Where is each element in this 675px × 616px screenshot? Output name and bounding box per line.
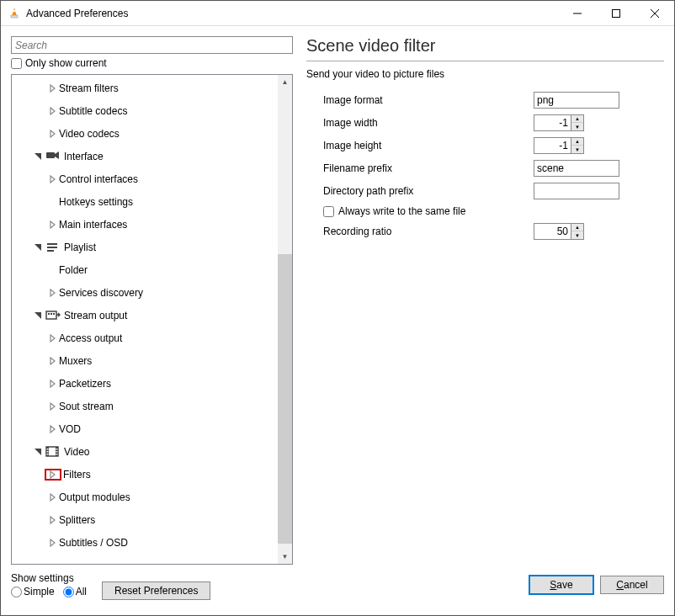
svg-rect-6	[46, 152, 55, 158]
tree-item[interactable]: Folder	[12, 258, 278, 281]
only-show-current-input[interactable]	[11, 58, 22, 69]
chevron-right-icon[interactable]	[47, 357, 59, 365]
chevron-down-icon[interactable]	[32, 448, 44, 456]
tree-item[interactable]: Main interfaces	[12, 213, 278, 236]
tree-item-label: Stream output	[64, 310, 127, 321]
chevron-right-icon[interactable]	[47, 539, 59, 547]
all-radio[interactable]: All	[63, 586, 87, 597]
scroll-up-button[interactable]: ▲	[278, 75, 292, 89]
chevron-right-icon[interactable]	[47, 130, 59, 138]
chevron-down-icon[interactable]	[32, 243, 44, 252]
tree-item[interactable]: Hotkeys settings	[12, 190, 278, 213]
tree-item[interactable]: Playlist	[12, 236, 278, 258]
chevron-right-icon[interactable]	[47, 493, 59, 502]
highlight-box	[45, 469, 61, 481]
divider	[306, 61, 664, 61]
spin-up-icon[interactable]: ▲	[571, 138, 583, 146]
tree-item-label: Interface	[64, 151, 104, 162]
chevron-down-icon[interactable]	[32, 311, 44, 320]
svg-rect-19	[47, 454, 49, 455]
search-input[interactable]	[11, 36, 293, 54]
tree-item[interactable]: Subtitles / OSD	[12, 531, 278, 554]
recording-ratio-input[interactable]	[534, 223, 571, 240]
spin-down-icon[interactable]: ▼	[571, 231, 583, 239]
spin-up-icon[interactable]: ▲	[571, 224, 583, 231]
tree-item-label: Video codecs	[59, 128, 120, 140]
svg-rect-1	[13, 10, 16, 12]
chevron-right-icon[interactable]	[47, 425, 59, 433]
image-height-input[interactable]	[534, 137, 571, 154]
maximize-button[interactable]	[597, 1, 635, 26]
image-format-input[interactable]	[534, 92, 619, 109]
tree-scrollbar[interactable]: ▲ ▼	[278, 75, 292, 564]
scroll-down-button[interactable]: ▼	[278, 550, 292, 564]
spin-down-icon[interactable]: ▼	[571, 123, 583, 130]
chevron-down-icon[interactable]	[32, 152, 44, 161]
minimize-button[interactable]	[558, 1, 597, 26]
tree-item[interactable]: Stream filters	[12, 77, 278, 99]
tree-item[interactable]: Output modules	[12, 486, 278, 508]
recording-ratio-stepper[interactable]: ▲▼	[534, 223, 584, 240]
svg-rect-10	[46, 311, 56, 319]
tree-item[interactable]: Stream output	[12, 304, 278, 327]
tree-item-label: Folder	[59, 264, 88, 276]
chevron-right-icon[interactable]	[47, 175, 59, 183]
dir-prefix-input[interactable]	[534, 183, 619, 199]
save-button[interactable]: Save	[529, 576, 593, 594]
tree-item[interactable]: Interface	[12, 145, 278, 167]
window-controls	[558, 1, 674, 26]
chevron-right-icon[interactable]	[47, 220, 59, 229]
tree-item-label: Access output	[59, 332, 122, 344]
left-panel: Only show current Stream filtersSubtitle…	[11, 36, 293, 565]
svg-rect-17	[47, 449, 49, 450]
always-write-checkbox[interactable]	[323, 206, 334, 217]
tree-item[interactable]: Muxers	[12, 349, 278, 372]
tree-item-label: Splitters	[59, 514, 95, 526]
tree-item[interactable]: Splitters	[12, 508, 278, 531]
recording-ratio-label: Recording ratio	[323, 226, 534, 237]
preferences-tree[interactable]: Stream filtersSubtitle codecsVideo codec…	[12, 75, 278, 564]
close-button[interactable]	[635, 1, 674, 26]
chevron-right-icon[interactable]	[47, 334, 59, 343]
svg-rect-3	[613, 9, 620, 17]
always-write-label: Always write to the same file	[338, 205, 465, 217]
tree-item[interactable]: Access output	[12, 327, 278, 349]
scroll-thumb[interactable]	[278, 254, 292, 544]
tree-item-label: Packetizers	[59, 378, 111, 390]
image-width-stepper[interactable]: ▲▼	[534, 114, 584, 131]
chevron-right-icon[interactable]	[47, 380, 59, 388]
filename-prefix-input[interactable]	[534, 160, 619, 177]
reset-preferences-button[interactable]: Reset Preferences	[102, 581, 210, 600]
tree-item[interactable]: Video	[12, 440, 278, 463]
chevron-right-icon[interactable]	[47, 84, 59, 93]
right-panel: Scene video filter Send your video to pi…	[293, 36, 664, 565]
video-icon	[45, 444, 61, 459]
chevron-right-icon[interactable]	[47, 107, 59, 115]
image-width-input[interactable]	[534, 114, 571, 131]
chevron-right-icon[interactable]	[47, 289, 59, 297]
tree-item[interactable]: Filters	[12, 463, 278, 486]
tree-item[interactable]: Video codecs	[12, 122, 278, 145]
tree-item-label: Subtitle codecs	[59, 105, 127, 117]
only-show-current-checkbox[interactable]: Only show current	[11, 57, 293, 69]
tree-item[interactable]: Control interfaces	[12, 167, 278, 190]
tree-item[interactable]: VOD	[12, 417, 278, 440]
tree-item-label: Sout stream	[59, 401, 114, 412]
spin-down-icon[interactable]: ▼	[571, 146, 583, 153]
scroll-track[interactable]	[278, 89, 292, 550]
chevron-right-icon[interactable]	[47, 470, 59, 479]
spin-up-icon[interactable]: ▲	[571, 115, 583, 123]
app-icon	[8, 7, 21, 20]
tree-item[interactable]: Subtitle codecs	[12, 99, 278, 122]
svg-rect-11	[48, 313, 50, 315]
chevron-right-icon[interactable]	[47, 402, 59, 411]
chevron-right-icon[interactable]	[47, 516, 59, 524]
tree-item[interactable]: Sout stream	[12, 395, 278, 417]
simple-radio[interactable]: Simple	[11, 586, 55, 597]
cancel-button[interactable]: Cancel	[600, 576, 664, 594]
only-show-current-label: Only show current	[25, 57, 107, 69]
tree-item[interactable]: Services discovery	[12, 281, 278, 304]
image-height-stepper[interactable]: ▲▼	[534, 137, 584, 154]
stream-icon	[45, 308, 61, 323]
tree-item[interactable]: Packetizers	[12, 372, 278, 395]
